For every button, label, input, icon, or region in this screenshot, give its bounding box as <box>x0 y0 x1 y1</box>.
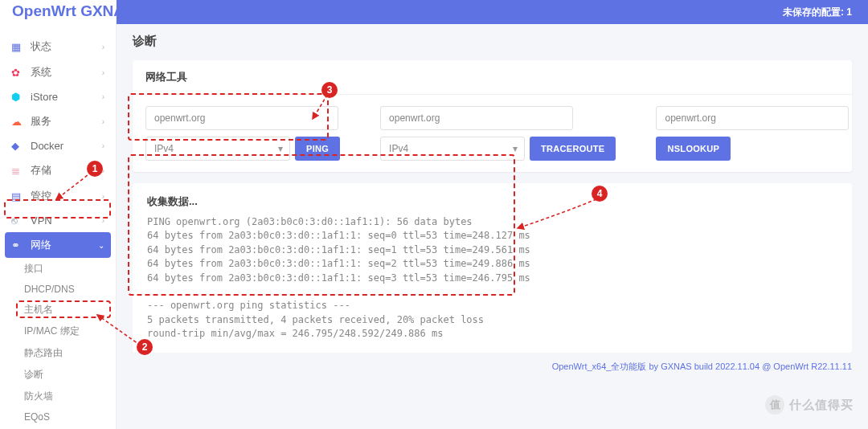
sidebar-subitem-IP/MAC 绑定[interactable]: IP/MAC 绑定 <box>0 321 116 342</box>
network-tools-heading: 网络工具 <box>133 60 852 95</box>
sidebar-item-服务[interactable]: ☁服务› <box>0 108 116 134</box>
sidebar-icon: ⎋ <box>11 214 24 227</box>
sidebar-item-label: iStore <box>31 91 58 103</box>
nslookup-tool-column: NSLOOKUP <box>656 106 849 161</box>
chevron-icon: › <box>102 192 104 201</box>
chevron-icon: › <box>102 166 104 175</box>
sidebar-item-系统[interactable]: ✿系统› <box>0 59 116 85</box>
ping-button[interactable]: PING <box>295 137 340 161</box>
app-logo: OpenWrt GXNAS <box>12 2 135 20</box>
sidebar-icon: ▦ <box>11 41 24 53</box>
sidebar-item-label: Docker <box>31 140 63 152</box>
sidebar: ▦状态›✿系统›⬢iStore›☁服务›◆Docker›≣存储›▤管控›⎋VPN… <box>0 0 117 429</box>
traceroute-proto-select[interactable]: IPv4 <box>380 137 525 161</box>
sidebar-subitem-接口[interactable]: 接口 <box>0 258 116 280</box>
traceroute-host-input[interactable] <box>380 106 573 130</box>
nslookup-host-input[interactable] <box>656 106 849 130</box>
sidebar-subitem-主机名[interactable]: 主机名 <box>0 299 116 321</box>
unsaved-changes-label[interactable]: 未保存的配置: 1 <box>783 6 852 19</box>
sidebar-item-状态[interactable]: ▦状态› <box>0 34 116 59</box>
traceroute-button[interactable]: TRACEROUTE <box>530 137 616 161</box>
chevron-icon: › <box>102 43 104 51</box>
network-tools-card: 网络工具 IPv4 PING IPv4 TRACEROUTE <box>133 60 852 172</box>
results-heading: 收集数据... <box>147 194 837 209</box>
sidebar-item-label: 系统 <box>31 65 51 80</box>
sidebar-icon: ☁ <box>11 116 24 128</box>
sidebar-subitem-DHCP/DNS[interactable]: DHCP/DNS <box>0 280 116 299</box>
sidebar-item-iStore[interactable]: ⬢iStore› <box>0 85 116 108</box>
sidebar-item-VPN[interactable]: ⎋VPN› <box>0 209 116 232</box>
sidebar-icon: ✿ <box>11 67 24 79</box>
sidebar-item-管控[interactable]: ▤管控› <box>0 183 116 209</box>
chevron-icon: › <box>102 216 104 225</box>
traceroute-tool-column: IPv4 TRACEROUTE <box>380 106 616 161</box>
main-content: 诊断 网络工具 IPv4 PING IPv4 TRACEROUTE <box>117 24 868 429</box>
chevron-icon: ⌄ <box>98 241 104 250</box>
sidebar-item-label: 管控 <box>31 189 51 203</box>
footer-build-info: OpenWrt_x64_全功能版 by GXNAS build 2022.11.… <box>133 361 852 373</box>
sidebar-item-Docker[interactable]: ◆Docker› <box>0 134 116 157</box>
ping-proto-select[interactable]: IPv4 <box>145 137 290 161</box>
sidebar-item-label: VPN <box>31 214 52 227</box>
ping-host-input[interactable] <box>145 106 338 130</box>
page-title: 诊断 <box>133 34 852 49</box>
sidebar-subitem-静态路由[interactable]: 静态路由 <box>0 342 116 364</box>
sidebar-icon: ⬢ <box>11 91 24 103</box>
sidebar-subitem-EQoS[interactable]: EQoS <box>0 407 116 427</box>
sidebar-item-label: 网络 <box>31 238 51 252</box>
results-card: 收集数据... PING openwrt.org (2a03:b0c0:3:d0… <box>133 183 852 353</box>
sidebar-icon: ≣ <box>11 165 24 177</box>
sidebar-item-网络[interactable]: ⚭网络⌄ <box>5 232 111 258</box>
chevron-icon: › <box>102 92 104 101</box>
sidebar-icon: ▤ <box>11 190 24 202</box>
sidebar-item-存储[interactable]: ≣存储› <box>0 157 116 183</box>
sidebar-icon: ⚭ <box>11 239 24 251</box>
sidebar-subitem-诊断[interactable]: 诊断 <box>0 364 116 386</box>
chevron-icon: › <box>102 68 104 77</box>
sidebar-item-label: 状态 <box>31 39 51 54</box>
sidebar-icon: ◆ <box>11 140 24 152</box>
chevron-icon: › <box>102 141 104 150</box>
console-output: PING openwrt.org (2a03:b0c0:3:d0::1af1:1… <box>147 215 837 341</box>
sidebar-subitem-防火墙[interactable]: 防火墙 <box>0 386 116 407</box>
ping-tool-column: IPv4 PING <box>145 106 340 161</box>
sidebar-item-label: 存储 <box>31 163 51 178</box>
chevron-icon: › <box>102 117 104 126</box>
nslookup-button[interactable]: NSLOOKUP <box>656 137 731 161</box>
sidebar-item-label: 服务 <box>31 114 51 129</box>
